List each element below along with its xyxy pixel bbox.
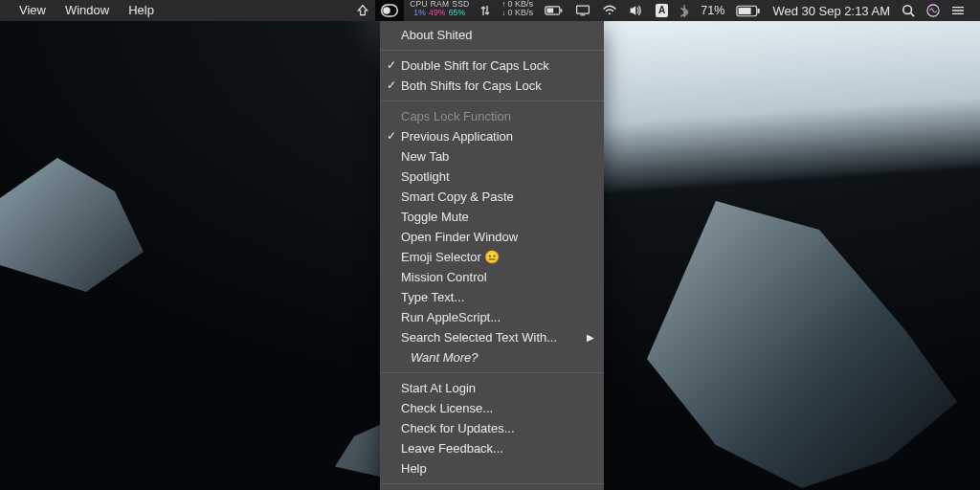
cpu-value: 1% [413, 9, 426, 17]
bluetooth-icon[interactable] [674, 0, 695, 21]
ssd-value: 65% [449, 9, 466, 17]
language-badge: A [656, 4, 668, 17]
shift-icon[interactable] [350, 0, 375, 21]
menu-bar-left: View Window Help [10, 0, 164, 21]
date-time[interactable]: Wed 30 Sep 2:13 AM [767, 0, 896, 21]
svg-point-1 [383, 7, 390, 14]
menu-help[interactable]: Help [380, 458, 604, 479]
menu-help[interactable]: Help [119, 0, 164, 21]
svg-rect-5 [577, 6, 590, 13]
spotlight-icon[interactable] [896, 0, 921, 21]
menu-bar-right: CPU RAM SSD 1% 49% 65% 0 KB/s 0 KB/s [350, 0, 970, 21]
menu-bar: View Window Help CPU RAM SSD 1% 49% 65% [0, 0, 980, 21]
display-icon[interactable] [569, 0, 596, 21]
battery-small-icon[interactable] [539, 0, 569, 21]
menu-separator [380, 483, 604, 484]
battery-icon[interactable] [730, 0, 767, 21]
menu-separator [380, 50, 604, 51]
wifi-icon[interactable] [596, 0, 623, 21]
menu-about[interactable]: About Shited [380, 25, 604, 45]
net-arrows-icon [475, 0, 496, 21]
volume-icon[interactable] [623, 0, 650, 21]
menu-emoji-selector[interactable]: Emoji Selector 😐 [380, 247, 604, 267]
app-menubar-icon[interactable] [375, 0, 404, 21]
svg-point-10 [903, 6, 912, 14]
menu-mission-control[interactable]: Mission Control [380, 267, 604, 287]
control-center-icon[interactable] [946, 0, 970, 21]
wallpaper-ice-2 [612, 201, 957, 488]
svg-rect-9 [739, 8, 751, 14]
network-stats[interactable]: 0 KB/s 0 KB/s [496, 0, 539, 21]
menu-smart-copy-paste[interactable]: Smart Copy & Paste [380, 187, 604, 207]
menu-check-license[interactable]: Check License... [380, 398, 604, 418]
ram-value: 49% [429, 9, 446, 17]
menu-previous-application[interactable]: Previous Application [380, 126, 604, 146]
menu-type-text[interactable]: Type Text... [380, 287, 604, 307]
app-dropdown-menu: About Shited Double Shift for Caps Lock … [380, 21, 604, 490]
wallpaper-ice-1 [0, 158, 144, 292]
menu-new-tab[interactable]: New Tab [380, 146, 604, 167]
system-stats[interactable]: CPU RAM SSD 1% 49% 65% [404, 0, 475, 21]
svg-point-6 [609, 12, 611, 14]
menu-separator [380, 100, 604, 101]
net-down: 0 KB/s [501, 9, 533, 17]
menu-window[interactable]: Window [56, 0, 119, 21]
menu-check-updates[interactable]: Check for Updates... [380, 418, 604, 438]
menu-search-selected-text[interactable]: Search Selected Text With... [380, 327, 604, 347]
menu-toggle-mute[interactable]: Toggle Mute [380, 207, 604, 227]
menu-spotlight[interactable]: Spotlight [380, 167, 604, 187]
menu-view[interactable]: View [10, 0, 56, 21]
menu-open-finder[interactable]: Open Finder Window [380, 227, 604, 247]
input-language[interactable]: A [650, 0, 674, 21]
siri-icon[interactable] [921, 0, 946, 21]
menu-run-applescript[interactable]: Run AppleScript... [380, 307, 604, 327]
svg-rect-3 [561, 9, 563, 11]
svg-rect-8 [758, 8, 760, 12]
battery-percent: 71% [695, 0, 730, 21]
menu-leave-feedback[interactable]: Leave Feedback... [380, 438, 604, 458]
menu-section-capslock: Caps Lock Function [380, 106, 604, 126]
svg-rect-4 [547, 9, 554, 13]
menu-start-at-login[interactable]: Start At Login [380, 378, 604, 398]
menu-separator [380, 372, 604, 373]
menu-double-shift-caps[interactable]: Double Shift for Caps Lock [380, 56, 604, 76]
menu-both-shifts-caps[interactable]: Both Shifts for Caps Lock [380, 76, 604, 96]
menu-want-more[interactable]: Want More? [380, 347, 604, 368]
